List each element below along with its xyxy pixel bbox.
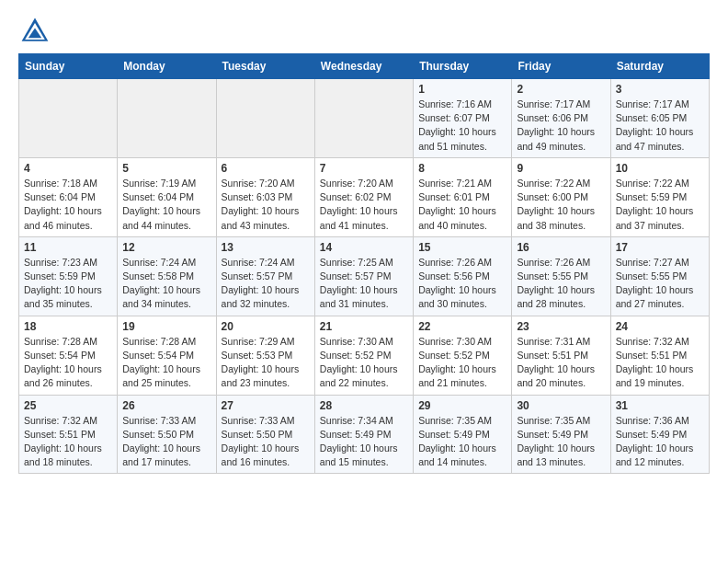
day-info: Sunrise: 7:23 AMSunset: 5:59 PMDaylight:… (24, 256, 112, 312)
day-number: 25 (24, 399, 112, 412)
day-number: 18 (24, 320, 112, 333)
day-number: 19 (122, 320, 210, 333)
week-row-5: 25Sunrise: 7:32 AMSunset: 5:51 PMDayligh… (19, 395, 710, 474)
day-cell: 15Sunrise: 7:26 AMSunset: 5:56 PMDayligh… (414, 236, 512, 316)
day-cell: 8Sunrise: 7:21 AMSunset: 6:01 PMDaylight… (414, 157, 512, 236)
day-info: Sunrise: 7:28 AMSunset: 5:54 PMDaylight:… (24, 335, 112, 391)
day-cell: 17Sunrise: 7:27 AMSunset: 5:55 PMDayligh… (610, 236, 709, 316)
day-info: Sunrise: 7:34 AMSunset: 5:49 PMDaylight:… (320, 414, 408, 470)
day-cell: 5Sunrise: 7:19 AMSunset: 6:04 PMDaylight… (118, 157, 216, 236)
day-info: Sunrise: 7:35 AMSunset: 5:49 PMDaylight:… (418, 414, 506, 470)
header-row: SundayMondayTuesdayWednesdayThursdayFrid… (19, 54, 710, 79)
day-number: 3 (616, 83, 704, 96)
day-info: Sunrise: 7:32 AMSunset: 5:51 PMDaylight:… (24, 414, 112, 470)
calendar-header: SundayMondayTuesdayWednesdayThursdayFrid… (19, 54, 710, 79)
day-cell: 11Sunrise: 7:23 AMSunset: 5:59 PMDayligh… (19, 236, 118, 316)
day-info: Sunrise: 7:25 AMSunset: 5:57 PMDaylight:… (320, 256, 408, 312)
day-number: 31 (616, 399, 704, 412)
day-cell: 9Sunrise: 7:22 AMSunset: 6:00 PMDaylight… (512, 157, 610, 236)
day-number: 15 (418, 241, 506, 254)
day-info: Sunrise: 7:18 AMSunset: 6:04 PMDaylight:… (24, 177, 112, 233)
day-cell: 18Sunrise: 7:28 AMSunset: 5:54 PMDayligh… (19, 316, 118, 395)
day-info: Sunrise: 7:33 AMSunset: 5:50 PMDaylight:… (122, 414, 210, 470)
header-cell-thursday: Thursday (414, 54, 512, 79)
day-cell: 21Sunrise: 7:30 AMSunset: 5:52 PMDayligh… (314, 316, 413, 395)
day-number: 2 (517, 83, 605, 96)
day-info: Sunrise: 7:32 AMSunset: 5:51 PMDaylight:… (616, 335, 704, 391)
day-cell: 31Sunrise: 7:36 AMSunset: 5:49 PMDayligh… (610, 395, 709, 474)
day-number: 29 (418, 399, 506, 412)
day-info: Sunrise: 7:26 AMSunset: 5:55 PMDaylight:… (517, 256, 605, 312)
day-number: 30 (517, 399, 605, 412)
day-info: Sunrise: 7:16 AMSunset: 6:07 PMDaylight:… (418, 98, 506, 154)
day-info: Sunrise: 7:20 AMSunset: 6:02 PMDaylight:… (320, 177, 408, 233)
day-info: Sunrise: 7:35 AMSunset: 5:49 PMDaylight:… (517, 414, 605, 470)
header-cell-friday: Friday (512, 54, 610, 79)
day-number: 23 (517, 320, 605, 333)
day-info: Sunrise: 7:28 AMSunset: 5:54 PMDaylight:… (122, 335, 210, 391)
day-number: 27 (222, 399, 310, 412)
day-cell: 7Sunrise: 7:20 AMSunset: 6:02 PMDaylight… (314, 157, 413, 236)
day-info: Sunrise: 7:30 AMSunset: 5:52 PMDaylight:… (418, 335, 506, 391)
day-info: Sunrise: 7:24 AMSunset: 5:57 PMDaylight:… (222, 256, 310, 312)
day-info: Sunrise: 7:27 AMSunset: 5:55 PMDaylight:… (616, 256, 704, 312)
day-cell: 6Sunrise: 7:20 AMSunset: 6:03 PMDaylight… (216, 157, 314, 236)
day-cell: 25Sunrise: 7:32 AMSunset: 5:51 PMDayligh… (19, 395, 118, 474)
logo-icon (18, 15, 51, 48)
day-cell: 23Sunrise: 7:31 AMSunset: 5:51 PMDayligh… (512, 316, 610, 395)
week-row-3: 11Sunrise: 7:23 AMSunset: 5:59 PMDayligh… (19, 236, 710, 316)
day-number: 9 (517, 162, 605, 175)
header-cell-saturday: Saturday (610, 54, 709, 79)
day-cell: 12Sunrise: 7:24 AMSunset: 5:58 PMDayligh… (118, 236, 216, 316)
header-cell-wednesday: Wednesday (314, 54, 413, 79)
day-cell: 3Sunrise: 7:17 AMSunset: 6:05 PMDaylight… (610, 79, 709, 158)
day-cell: 14Sunrise: 7:25 AMSunset: 5:57 PMDayligh… (314, 236, 413, 316)
day-cell: 20Sunrise: 7:29 AMSunset: 5:53 PMDayligh… (216, 316, 314, 395)
day-number: 1 (418, 83, 506, 96)
day-number: 28 (320, 399, 408, 412)
header-cell-tuesday: Tuesday (216, 54, 314, 79)
day-cell: 30Sunrise: 7:35 AMSunset: 5:49 PMDayligh… (512, 395, 610, 474)
day-cell (19, 79, 118, 158)
day-cell: 1Sunrise: 7:16 AMSunset: 6:07 PMDaylight… (414, 79, 512, 158)
day-number: 13 (222, 241, 310, 254)
week-row-2: 4Sunrise: 7:18 AMSunset: 6:04 PMDaylight… (19, 157, 710, 236)
day-cell (314, 79, 413, 158)
day-number: 20 (222, 320, 310, 333)
day-cell: 4Sunrise: 7:18 AMSunset: 6:04 PMDaylight… (19, 157, 118, 236)
week-row-4: 18Sunrise: 7:28 AMSunset: 5:54 PMDayligh… (19, 316, 710, 395)
day-info: Sunrise: 7:26 AMSunset: 5:56 PMDaylight:… (418, 256, 506, 312)
day-number: 12 (122, 241, 210, 254)
day-cell: 24Sunrise: 7:32 AMSunset: 5:51 PMDayligh… (610, 316, 709, 395)
page: SundayMondayTuesdayWednesdayThursdayFrid… (0, 0, 728, 488)
calendar-body: 1Sunrise: 7:16 AMSunset: 6:07 PMDaylight… (19, 79, 710, 474)
day-info: Sunrise: 7:29 AMSunset: 5:53 PMDaylight:… (222, 335, 310, 391)
day-cell: 10Sunrise: 7:22 AMSunset: 5:59 PMDayligh… (610, 157, 709, 236)
day-number: 24 (616, 320, 704, 333)
day-number: 10 (616, 162, 704, 175)
day-number: 22 (418, 320, 506, 333)
day-info: Sunrise: 7:36 AMSunset: 5:49 PMDaylight:… (616, 414, 704, 470)
day-cell: 13Sunrise: 7:24 AMSunset: 5:57 PMDayligh… (216, 236, 314, 316)
logo (18, 15, 55, 48)
day-info: Sunrise: 7:19 AMSunset: 6:04 PMDaylight:… (122, 177, 210, 233)
day-number: 17 (616, 241, 704, 254)
day-info: Sunrise: 7:22 AMSunset: 5:59 PMDaylight:… (616, 177, 704, 233)
day-number: 7 (320, 162, 408, 175)
day-cell: 19Sunrise: 7:28 AMSunset: 5:54 PMDayligh… (118, 316, 216, 395)
day-number: 6 (222, 162, 310, 175)
day-cell: 27Sunrise: 7:33 AMSunset: 5:50 PMDayligh… (216, 395, 314, 474)
day-cell: 28Sunrise: 7:34 AMSunset: 5:49 PMDayligh… (314, 395, 413, 474)
day-cell: 2Sunrise: 7:17 AMSunset: 6:06 PMDaylight… (512, 79, 610, 158)
day-info: Sunrise: 7:24 AMSunset: 5:58 PMDaylight:… (122, 256, 210, 312)
day-cell: 16Sunrise: 7:26 AMSunset: 5:55 PMDayligh… (512, 236, 610, 316)
header (18, 15, 710, 48)
day-info: Sunrise: 7:31 AMSunset: 5:51 PMDaylight:… (517, 335, 605, 391)
day-number: 21 (320, 320, 408, 333)
day-number: 14 (320, 241, 408, 254)
day-cell: 22Sunrise: 7:30 AMSunset: 5:52 PMDayligh… (414, 316, 512, 395)
day-info: Sunrise: 7:17 AMSunset: 6:06 PMDaylight:… (517, 98, 605, 154)
day-cell: 29Sunrise: 7:35 AMSunset: 5:49 PMDayligh… (414, 395, 512, 474)
header-cell-sunday: Sunday (19, 54, 118, 79)
day-info: Sunrise: 7:33 AMSunset: 5:50 PMDaylight:… (222, 414, 310, 470)
